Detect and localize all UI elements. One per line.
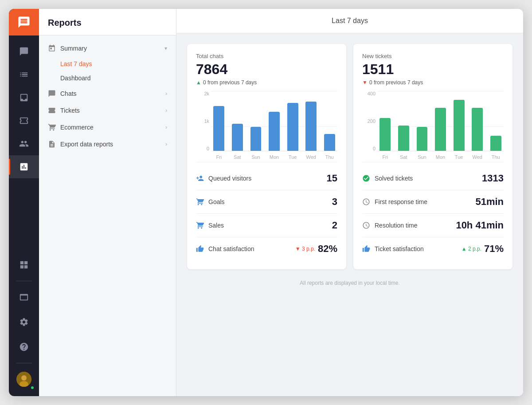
first-response-value: 51min [475,196,504,208]
sidebar-item-inbox[interactable] [9,86,39,109]
stat-queued: Queued visitors 15 [196,167,337,190]
export-icon [48,140,56,148]
ticket-sat-badge: ▲ 2 p.p. [462,246,481,252]
sidebar-item-help[interactable] [9,335,39,358]
tbar-col-5 [469,91,485,151]
tbar-mon [435,108,446,151]
tickets-chevron: › [165,107,167,114]
change-text: 0 from previous 7 days [203,79,257,86]
panel-title: Reports [39,9,176,35]
stat-first-response: First response time 51min [362,190,504,214]
calendar-icon [48,44,56,52]
tbar-wed [472,108,483,151]
browser-icon [19,292,29,302]
app-container: Reports Summary ▾ Last 7 days Dashboard [9,9,523,396]
stat-chat-satisfaction: Chat satisfaction ▼ 3 p.p. 82% [196,237,337,260]
main-header: Last 7 days [176,9,523,33]
bar-wed [305,102,317,151]
bar-col-1 [230,91,246,151]
contacts-nav-icon [19,139,29,149]
sales-value: 2 [332,220,337,231]
export-label: Export data reports [60,141,113,148]
sidebar-item-reports[interactable] [9,155,39,178]
grid-icon [19,260,29,270]
x-mon: Mon [266,152,282,162]
menu-item-summary[interactable]: Summary ▾ [39,40,176,57]
chart-x-labels: Fri Sat Sun Mon Tue Wed Thu [211,152,337,162]
goals-value: 3 [332,196,337,208]
menu-item-ecommerce[interactable]: Ecommerce › [39,119,176,136]
sidebar-item-contacts[interactable] [9,132,39,155]
sidebar-item-browser[interactable] [9,286,39,309]
footer-note: All reports are displayed in your local … [187,276,512,290]
online-indicator [30,385,35,390]
sidebar-nav-icons [9,35,39,253]
tickets-change-arrow: ▼ [362,79,368,86]
bar-col-3 [266,91,282,151]
chats-chevron: › [165,90,167,97]
chat-sat-value: 82% [318,243,337,255]
ticket-sat-value: 71% [484,243,504,255]
x-tue: Tue [285,152,301,162]
sidebar-divider-2 [16,363,32,363]
bar-col-2 [248,91,264,151]
chat-nav-icon [19,47,29,56]
tx-tue: Tue [451,152,467,162]
clock-icon-2 [362,221,370,229]
queue-icon [196,174,204,182]
tbar-fri [379,118,391,151]
bar-col-4 [285,91,301,151]
ticket-sat-value-wrapper: ▲ 2 p.p. 71% [462,243,504,255]
new-tickets-card: New tickets 1511 ▼ 0 from previous 7 day… [353,44,512,269]
tickets-change-text: 0 from previous 7 days [369,79,423,86]
bar-sat [232,124,243,151]
ecommerce-chevron: › [165,124,167,130]
tbar-col-2 [414,91,430,151]
tx-fri: Fri [377,152,393,162]
chart-y-labels: 2k 1k 0 [196,91,209,151]
sub-menu-dashboard[interactable]: Dashboard [39,71,176,85]
y-label-mid: 1k [204,118,209,124]
chart-bars [211,91,337,151]
sidebar-item-list[interactable] [9,63,39,86]
stat-goals: Goals 3 [196,190,337,214]
menu-item-tickets[interactable]: Tickets › [39,102,176,119]
total-chats-title: Total chats [196,53,337,59]
help-icon [19,342,29,352]
sales-icon [196,221,204,229]
logo-icon [17,16,31,29]
sidebar-item-settings[interactable] [9,311,39,334]
tx-wed: Wed [469,152,485,162]
bar-thu [324,134,335,151]
sidebar-item-grid[interactable] [9,253,39,276]
solved-label: Solved tickets [375,175,413,182]
nav-menu: Summary ▾ Last 7 days Dashboard Chats › [39,35,176,157]
stat-ticket-satisfaction: Ticket satisfaction ▲ 2 p.p. 71% [362,237,504,260]
new-tickets-change: ▼ 0 from previous 7 days [362,79,504,86]
cart-icon [48,123,56,131]
resolution-label: Resolution time [375,222,418,229]
menu-item-chats[interactable]: Chats › [39,85,176,102]
avatar-image [16,372,31,387]
sidebar-item-chat[interactable] [9,40,39,63]
sidebar-item-tickets[interactable] [9,109,39,132]
user-avatar[interactable] [9,368,39,391]
check-circle-icon [362,174,370,182]
sales-label: Sales [208,222,224,229]
chats-label: Chats [60,90,77,97]
tbar-sat [398,126,409,151]
reports-nav-icon [19,162,29,172]
tx-thu: Thu [488,152,504,162]
sidebar-divider [16,281,32,281]
main-content: Last 7 days Total chats 7864 ▲ 0 from pr… [176,9,523,396]
menu-item-export[interactable]: Export data reports › [39,136,176,153]
change-arrow-up: ▲ [196,79,201,86]
avatar-placeholder [16,372,31,387]
sidebar-bottom [9,253,39,396]
sub-menu-last7days[interactable]: Last 7 days [39,57,176,71]
ty-label-mid: 200 [368,118,376,124]
tbar-col-0 [377,91,393,151]
summary-chevron: ▾ [164,45,167,51]
total-chats-change: ▲ 0 from previous 7 days [196,79,337,86]
x-sun: Sun [248,152,264,162]
